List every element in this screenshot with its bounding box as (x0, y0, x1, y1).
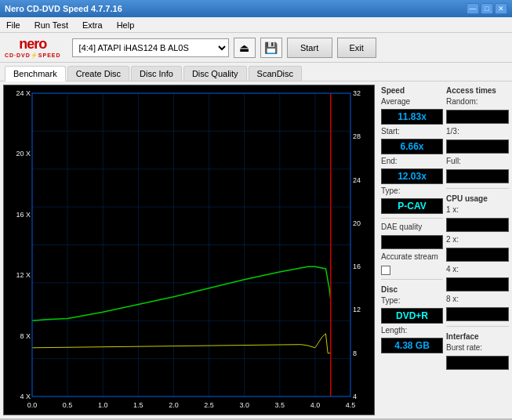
dae-label: DAE quality (381, 223, 443, 231)
full-value-bar (446, 169, 509, 183)
cpu-usage-header: CPU usage (446, 194, 509, 203)
minimize-button[interactable]: — (467, 3, 479, 14)
start-value: 6.66x (381, 139, 443, 154)
close-button[interactable]: ✕ (495, 3, 507, 14)
menu-file[interactable]: File (3, 19, 24, 31)
tab-disc-info[interactable]: Disc Info (131, 66, 182, 81)
random-value-bar (446, 110, 509, 124)
dae-quality-bar (381, 235, 443, 249)
eight-x-label: 8 x: (446, 295, 509, 303)
length-label: Length: (381, 326, 443, 335)
one-third-value-bar (446, 139, 509, 154)
main-content: Speed Average 11.83x Start: 6.66x End: 1… (0, 81, 512, 418)
interface-header: Interface (446, 332, 509, 341)
cd-dvd-speed-logo: CD·DVD⚡SPEED (5, 52, 61, 59)
stats-columns: Speed Average 11.83x Start: 6.66x End: 1… (381, 85, 509, 371)
two-x-label: 2 x: (446, 235, 509, 244)
one-x-bar (446, 218, 509, 232)
disc-type-value: DVD+R (381, 308, 443, 324)
nero-logo-text: nero (19, 36, 46, 52)
disc-header: Disc (381, 285, 443, 294)
tab-disc-quality[interactable]: Disc Quality (183, 66, 247, 81)
toolbar: nero CD·DVD⚡SPEED [4:4] ATAPI iHAS124 B … (0, 33, 512, 63)
type-value: P-CAV (381, 198, 443, 214)
save-button[interactable]: 💾 (260, 38, 282, 58)
one-x-label: 1 x: (446, 205, 509, 214)
two-x-bar (446, 248, 509, 262)
eject-button[interactable]: ⏏ (234, 38, 256, 58)
menu-run-test[interactable]: Run Test (31, 19, 71, 31)
tab-scan-disc[interactable]: ScanDisc (249, 66, 302, 81)
right-panel: Speed Average 11.83x Start: 6.66x End: 1… (378, 81, 512, 418)
random-label: Random: (446, 97, 509, 106)
eight-x-bar (446, 307, 509, 321)
tab-bar: Benchmark Create Disc Disc Info Disc Qua… (0, 63, 512, 81)
disc-type-label: Type: (381, 296, 443, 305)
end-value: 12.03x (381, 168, 443, 184)
exit-button[interactable]: Exit (337, 38, 376, 58)
title-bar: Nero CD-DVD Speed 4.7.7.16 — □ ✕ (0, 0, 512, 17)
end-label: End: (381, 157, 443, 165)
menu-extra[interactable]: Extra (79, 19, 106, 31)
average-label: Average (381, 97, 443, 106)
accurate-stream-row (381, 266, 443, 275)
speed-header: Speed (381, 86, 443, 95)
window-controls: — □ ✕ (467, 3, 507, 14)
stats-right-col: Access times Random: 1/3: Full: CPU usag… (446, 85, 509, 371)
menu-help[interactable]: Help (114, 19, 138, 31)
one-third-label: 1/3: (446, 127, 509, 136)
access-times-header: Access times (446, 86, 509, 95)
logo: nero CD·DVD⚡SPEED (5, 36, 61, 59)
speed-chart (4, 85, 374, 415)
length-value: 4.38 GB (381, 338, 443, 353)
start-button[interactable]: Start (287, 38, 332, 58)
chart-area (0, 81, 378, 418)
full-label: Full: (446, 157, 509, 165)
window-title: Nero CD-DVD Speed 4.7.7.16 (5, 4, 122, 13)
accurate-stream-checkbox[interactable] (381, 266, 390, 275)
drive-select[interactable]: [4:4] ATAPI iHAS124 B AL0S (72, 38, 229, 57)
burst-rate-bar (446, 356, 509, 370)
menu-bar: File Run Test Extra Help (0, 17, 512, 33)
type-label: Type: (381, 186, 443, 195)
start-label: Start: (381, 127, 443, 136)
tab-create-disc[interactable]: Create Disc (67, 66, 129, 81)
average-value: 11.83x (381, 109, 443, 125)
four-x-label: 4 x: (446, 265, 509, 273)
tab-benchmark[interactable]: Benchmark (5, 66, 66, 81)
chart-container (3, 85, 375, 415)
maximize-button[interactable]: □ (481, 3, 493, 14)
accurate-label: Accurate stream (381, 252, 443, 261)
burst-rate-label: Burst rate: (446, 343, 509, 352)
four-x-bar (446, 277, 509, 291)
stats-left-col: Speed Average 11.83x Start: 6.66x End: 1… (381, 85, 443, 371)
